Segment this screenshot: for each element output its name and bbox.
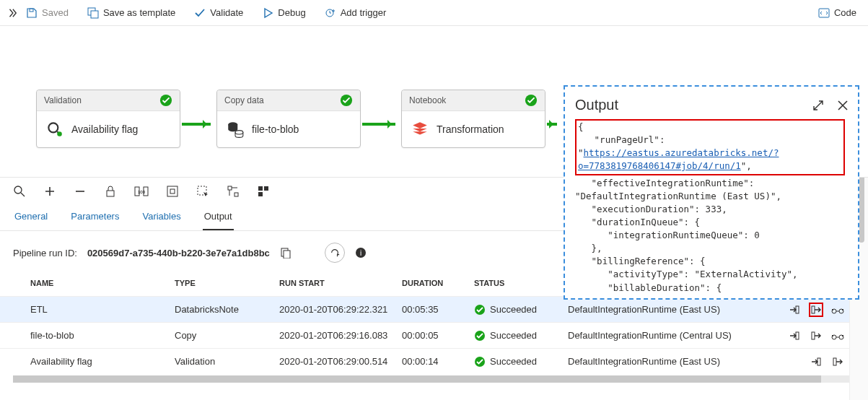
zoom-reset-icon[interactable]: 100 [134,185,149,198]
svg-rect-41 [833,358,836,365]
node-name: Availability flag [71,123,138,135]
connector-3 [547,123,557,126]
tab-general[interactable]: General [13,205,49,230]
svg-rect-24 [258,192,263,196]
cell-name: Availability flag [30,356,175,367]
svg-text:100: 100 [138,190,146,194]
node-notebook[interactable]: Notebook Transformation [401,90,545,148]
magnifier-icon [45,120,64,139]
refresh-button[interactable] [325,243,345,263]
success-icon [474,304,486,316]
save-as-template-button[interactable]: Save as template [83,4,180,22]
node-name: Transformation [437,123,504,135]
auto-align-icon[interactable] [227,185,240,198]
node-validation[interactable]: Validation Availability flag [36,90,180,148]
success-icon [474,330,486,342]
database-icon [226,120,245,139]
input-icon[interactable] [787,329,802,343]
tab-output[interactable]: Output [203,205,234,230]
svg-rect-17 [167,186,177,196]
svg-text:i: i [360,249,361,257]
svg-point-12 [14,186,22,194]
layout-icon[interactable] [257,185,270,198]
svg-point-6 [48,123,58,132]
table-horizontal-scrollbar[interactable] [13,375,855,383]
connector-1 [182,123,211,126]
cell-start: 2020-01-20T06:29:16.083 [279,330,402,341]
output-icon[interactable] [809,329,823,343]
cell-type: Validation [175,356,279,367]
fit-screen-icon[interactable] [166,185,179,198]
node-type: Copy data [224,95,264,105]
cell-runtime: DefaultIntegrationRuntime (East US) [568,356,763,367]
success-icon [525,94,538,107]
cell-status: Succeeded [474,304,568,316]
search-icon[interactable] [13,185,26,198]
cell-runtime: DefaultIntegrationRuntime (East US) [568,304,763,315]
cell-type: DatabricksNote [175,304,279,315]
cell-status: Succeeded [474,356,568,368]
node-copy[interactable]: Copy data file-to-blob [216,90,361,148]
databricks-icon [411,120,429,139]
debug-button[interactable]: Debug [258,4,310,22]
svg-rect-13 [107,191,114,196]
details-icon[interactable] [830,329,845,343]
svg-rect-31 [812,306,815,313]
table-row[interactable]: ETL DatabricksNote 2020-01-20T06:29:22.3… [0,296,868,322]
clock-plus-icon [325,7,336,19]
table-row[interactable]: Availability flag Validation 2020-01-20T… [0,348,868,374]
output-icon[interactable] [830,355,845,369]
close-icon[interactable] [836,99,849,112]
output-json-body: "effectiveIntegrationRuntime": "DefaultI… [575,178,798,293]
add-trigger-button[interactable]: Add trigger [320,4,391,22]
output-json[interactable]: { "runPageUrl": "https://eastus.azuredat… [575,119,849,292]
run-page-url-link[interactable]: https://eastus.azuredatabricks.net/?o=77… [578,147,779,171]
svg-rect-18 [170,189,175,194]
cell-type: Copy [175,330,279,341]
info-icon[interactable]: i [355,247,367,258]
cell-status: Succeeded [474,330,568,342]
svg-point-10 [235,131,243,134]
expand-toolbar-icon[interactable] [7,8,17,18]
copy-icon[interactable] [280,247,291,258]
check-icon [194,7,206,19]
tab-variables[interactable]: Variables [141,205,182,230]
code-button[interactable]: Code [814,4,861,22]
cell-start: 2020-01-20T06:29:22.321 [279,304,402,315]
details-icon[interactable] [830,303,845,317]
cell-duration: 00:00:05 [402,330,474,341]
svg-rect-22 [258,186,263,191]
table-row[interactable]: file-to-blob Copy 2020-01-20T06:29:16.08… [0,322,868,348]
output-title: Output [575,97,618,113]
svg-rect-26 [284,251,290,258]
svg-rect-20 [228,186,232,190]
cell-start: 2020-01-20T06:29:00.514 [279,356,402,367]
top-toolbar: Saved Save as template Validate Debug Ad… [0,0,868,26]
code-icon [818,7,830,19]
saved-label: Saved [42,7,69,18]
zoom-out-icon[interactable] [74,185,87,198]
cell-runtime: DefaultIntegrationRuntime (Central US) [568,330,763,341]
output-icon[interactable] [809,303,823,317]
template-icon [87,7,99,19]
node-name: file-to-blob [252,123,299,135]
validate-button[interactable]: Validate [190,4,247,22]
zoom-in-icon[interactable] [43,185,56,198]
input-icon[interactable] [787,303,802,317]
expand-icon[interactable] [812,99,825,112]
save-icon [26,7,38,19]
output-panel: Output { "runPageUrl": "https://eastus.a… [564,85,859,300]
cell-duration: 00:05:35 [402,304,474,315]
svg-rect-23 [264,186,268,191]
run-id-value: 020569d7-a735-440b-b220-3e7e7a1db8bc [87,248,270,258]
tab-parameters[interactable]: Parameters [69,205,120,230]
svg-rect-36 [812,332,815,339]
cell-name: file-to-blob [30,330,175,341]
lock-icon[interactable] [104,185,117,198]
svg-rect-2 [91,11,98,18]
success-icon [340,94,353,107]
input-icon[interactable] [809,355,823,369]
success-icon [474,356,486,368]
select-icon[interactable] [196,185,209,198]
cell-duration: 00:00:14 [402,356,474,367]
